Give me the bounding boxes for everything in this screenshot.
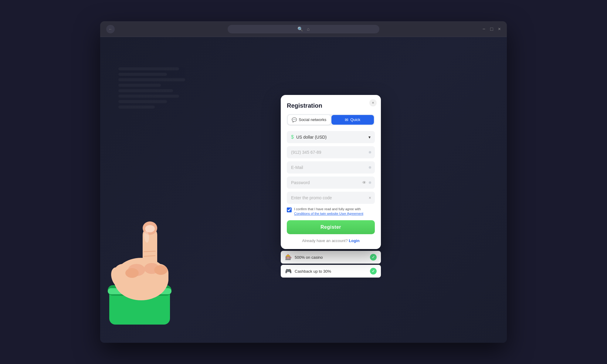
email-field-group: [287, 161, 375, 174]
tab-social-label: Social networks: [299, 117, 326, 122]
promo-badges: 🎰 500% on casino ✓ 🎮 Cashback up to 30% …: [281, 251, 381, 279]
registration-modal: × Registration 💬 Social networks ✉ Quick: [281, 95, 381, 249]
promo-casino-left: 🎰 500% on casino: [285, 254, 323, 261]
field-indicator: [369, 151, 371, 153]
login-prompt: Already have an account?: [302, 238, 348, 243]
svg-point-12: [125, 268, 139, 278]
modal-title: Registration: [287, 102, 375, 109]
quick-icon: ✉: [345, 117, 348, 122]
home-icon: ⌂: [307, 26, 310, 32]
promo-badge-casino: 🎰 500% on casino ✓: [281, 251, 381, 264]
promo-input[interactable]: [287, 192, 375, 204]
terms-checkbox-row: I confirm that I have read and fully agr…: [287, 207, 375, 216]
window-controls: − □ ×: [483, 26, 501, 32]
close-icon: ×: [372, 101, 374, 105]
search-icon: 🔍: [297, 26, 303, 32]
email-input[interactable]: [287, 161, 375, 174]
terms-checkbox[interactable]: [287, 207, 292, 212]
password-field-group: 👁: [287, 177, 375, 189]
casino-icon: 🎰: [285, 254, 292, 261]
tab-social-networks[interactable]: 💬 Social networks: [288, 115, 331, 125]
field-indicator: [369, 166, 371, 169]
phone-input[interactable]: [287, 146, 375, 158]
minimize-button[interactable]: −: [483, 26, 485, 32]
cashback-icon: 🎮: [285, 268, 292, 275]
eye-icon[interactable]: 👁: [362, 180, 366, 185]
tab-quick-label: Quick: [350, 117, 360, 122]
modal-close-button[interactable]: ×: [369, 99, 377, 106]
promo-badge-cashback: 🎮 Cashback up to 30% ✓: [281, 265, 381, 278]
login-row: Already have an account? Login: [287, 238, 375, 243]
currency-label: US dollar (USD): [296, 135, 327, 140]
social-icon: 💬: [292, 117, 297, 122]
password-input[interactable]: [287, 177, 375, 189]
field-indicator: [369, 181, 371, 184]
register-button[interactable]: Register: [287, 220, 375, 234]
tab-quick[interactable]: ✉ Quick: [331, 115, 374, 125]
browser-content: × Registration 💬 Social networks ✉ Quick: [100, 37, 507, 343]
currency-dropdown[interactable]: $ US dollar (USD) ▾: [287, 131, 375, 143]
currency-left: $ US dollar (USD): [291, 134, 327, 140]
promo-casino-label: 500% on casino: [295, 255, 323, 260]
chevron-down-icon: ▾: [368, 135, 371, 140]
modal-wrapper: × Registration 💬 Social networks ✉ Quick: [281, 95, 381, 279]
address-bar: 🔍 ⌂: [228, 25, 379, 33]
terms-label: I confirm that I have read and fully agr…: [294, 207, 375, 216]
browser-titlebar: ← 🔍 ⌂ − □ ×: [100, 21, 507, 37]
maximize-button[interactable]: □: [490, 26, 493, 32]
promo-casino-check: ✓: [370, 254, 377, 261]
promo-cashback-label: Cashback up to 30%: [295, 269, 331, 274]
promo-cashback-left: 🎮 Cashback up to 30%: [285, 268, 331, 275]
browser-window: ← 🔍 ⌂ − □ ×: [100, 21, 507, 343]
bg-decoration: [118, 67, 185, 111]
svg-point-14: [154, 265, 168, 275]
promo-clear-button[interactable]: ×: [369, 195, 371, 200]
dollar-icon: $: [291, 134, 294, 140]
login-link[interactable]: Login: [349, 238, 359, 243]
promo-field-group: ×: [287, 192, 375, 204]
back-button[interactable]: ←: [106, 25, 115, 33]
promo-cashback-check: ✓: [370, 268, 377, 275]
hand-illustration: [100, 203, 206, 325]
phone-field-group: [287, 146, 375, 158]
close-button[interactable]: ×: [498, 26, 501, 32]
tab-bar: 💬 Social networks ✉ Quick: [287, 114, 375, 126]
terms-link[interactable]: Conditions of the twin website User Agre…: [294, 212, 363, 215]
